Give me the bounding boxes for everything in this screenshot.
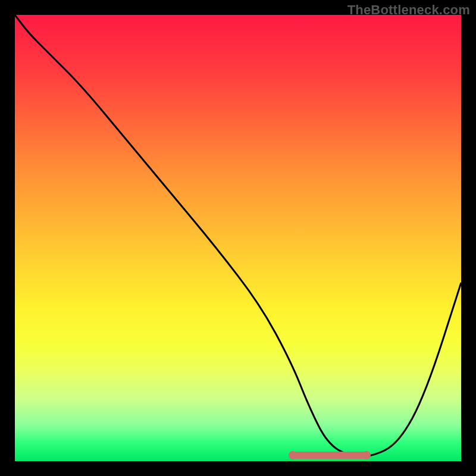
bottleneck-plot xyxy=(15,15,461,461)
heat-gradient xyxy=(15,15,461,461)
watermark-text: TheBottleneck.com xyxy=(347,2,470,18)
optimal-range-marker xyxy=(292,452,368,459)
stage: TheBottleneck.com xyxy=(0,0,476,476)
